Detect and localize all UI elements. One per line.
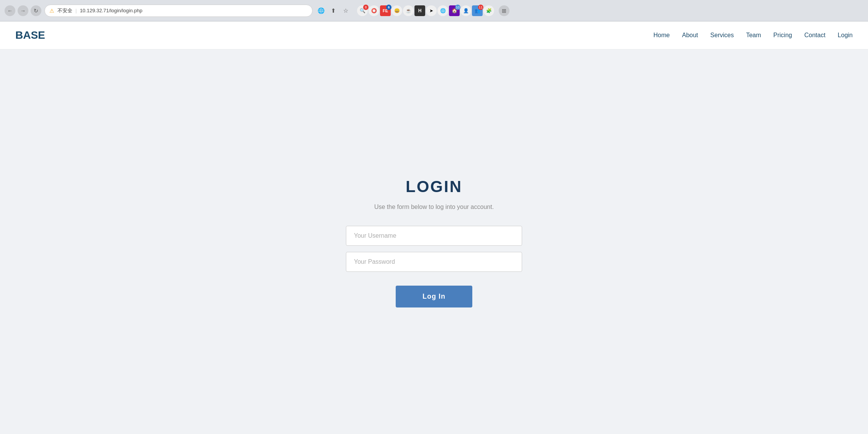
nav-menu: Home About Services Team Pricing Contact… bbox=[653, 32, 853, 39]
website: BASE Home About Services Team Pricing Co… bbox=[0, 21, 868, 434]
navbar: BASE Home About Services Team Pricing Co… bbox=[0, 21, 868, 49]
ext-coffee[interactable]: ☕ bbox=[403, 5, 414, 16]
new-tab-button[interactable]: ⊞ bbox=[499, 5, 509, 16]
ext-arrow[interactable]: ➤ bbox=[426, 5, 437, 16]
nav-link-login[interactable]: Login bbox=[838, 32, 853, 38]
nav-link-about[interactable]: About bbox=[682, 32, 698, 38]
browser-controls: ← → ↻ bbox=[5, 5, 41, 16]
ext-fe[interactable]: FE 6 bbox=[380, 5, 391, 16]
security-warning-icon: ⚠ bbox=[49, 8, 54, 14]
nav-item-team: Team bbox=[746, 32, 761, 39]
nav-item-about: About bbox=[682, 32, 698, 39]
nav-item-pricing: Pricing bbox=[773, 32, 792, 39]
browser-chrome: ← → ↻ ⚠ 不安全 | 10.129.32.71/login/login.p… bbox=[0, 0, 868, 21]
nav-item-home: Home bbox=[653, 32, 670, 39]
nav-item-login: Login bbox=[838, 32, 853, 39]
nav-link-team[interactable]: Team bbox=[746, 32, 761, 38]
back-button[interactable]: ← bbox=[5, 5, 15, 16]
nav-link-pricing[interactable]: Pricing bbox=[773, 32, 792, 38]
url-text: 10.129.32.71/login/login.php bbox=[80, 8, 142, 13]
translate-button[interactable]: 🌐 bbox=[316, 5, 326, 16]
ext-search[interactable]: 🔍 8 bbox=[357, 5, 368, 16]
username-input[interactable] bbox=[346, 226, 522, 246]
login-form: Log In bbox=[346, 226, 522, 307]
nav-link-services[interactable]: Services bbox=[710, 32, 734, 38]
nav-item-contact: Contact bbox=[804, 32, 825, 39]
password-input[interactable] bbox=[346, 252, 522, 272]
nav-link-home[interactable]: Home bbox=[653, 32, 670, 38]
ext-people[interactable]: 👥 11 bbox=[472, 5, 483, 16]
login-title: LOGIN bbox=[406, 178, 462, 196]
login-subtitle: Use the form below to log into your acco… bbox=[374, 204, 494, 210]
browser-extensions: 🔍 8 ⭕ FE 6 😀 ☕ H ➤ 🌐 🏠 10 👤 👥 11 🧩 bbox=[357, 5, 494, 16]
ext-person[interactable]: 👤 bbox=[460, 5, 471, 16]
share-button[interactable]: ⬆ bbox=[328, 5, 339, 16]
ext-circle[interactable]: ⭕ bbox=[368, 5, 379, 16]
ext-purple[interactable]: 🏠 10 bbox=[449, 5, 460, 16]
ext-puzzle[interactable]: 🧩 bbox=[483, 5, 494, 16]
nav-item-services: Services bbox=[710, 32, 734, 39]
main-content: LOGIN Use the form below to log into you… bbox=[0, 49, 868, 434]
login-button[interactable]: Log In bbox=[396, 286, 472, 307]
bookmark-button[interactable]: ☆ bbox=[340, 5, 351, 16]
security-warning-text: 不安全 bbox=[57, 7, 72, 14]
reload-button[interactable]: ↻ bbox=[31, 5, 41, 16]
browser-actions: 🌐 ⬆ ☆ bbox=[316, 5, 351, 16]
nav-link-contact[interactable]: Contact bbox=[804, 32, 825, 38]
address-bar[interactable]: ⚠ 不安全 | 10.129.32.71/login/login.php bbox=[44, 5, 313, 17]
ext-globe[interactable]: 🌐 bbox=[437, 5, 448, 16]
brand-logo[interactable]: BASE bbox=[15, 29, 45, 41]
forward-button[interactable]: → bbox=[18, 5, 28, 16]
ext-h[interactable]: H bbox=[414, 5, 425, 16]
ext-face[interactable]: 😀 bbox=[391, 5, 402, 16]
